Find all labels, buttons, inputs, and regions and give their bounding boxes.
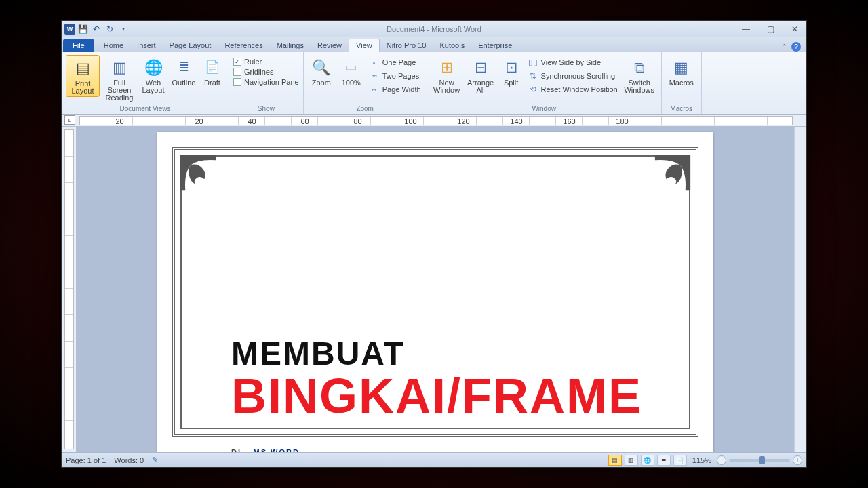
print-layout-button[interactable]: ▤ Print Layout <box>66 55 100 97</box>
workspace: MEMBUAT BINGKAI/FRAME DI MS WORD <box>62 127 806 452</box>
maximize-button[interactable]: ▢ <box>762 24 779 35</box>
navigation-pane-checkbox[interactable]: Navigation Pane <box>233 78 299 86</box>
tab-nitro[interactable]: Nitro Pro 10 <box>380 39 433 52</box>
tab-insert[interactable]: Insert <box>130 39 163 52</box>
save-icon[interactable]: 💾 <box>77 23 89 35</box>
split-icon: ⊡ <box>500 56 522 78</box>
status-words[interactable]: Words: 0 <box>114 456 144 464</box>
titlebar: W 💾 ↶ ↻ ▾ Document4 - Microsoft Word — ▢… <box>62 21 806 37</box>
draft-icon: 📄 <box>201 56 223 78</box>
page-width-button[interactable]: ↔Page Width <box>368 83 422 96</box>
checkbox-icon <box>233 68 241 76</box>
minimize-button[interactable]: — <box>737 24 755 35</box>
zoom-100-button[interactable]: ▭ 100% <box>338 55 365 88</box>
status-right: ▤ ▥ 🌐 ≣ 📄 115% − + <box>608 455 802 466</box>
word-window: W 💾 ↶ ↻ ▾ Document4 - Microsoft Word — ▢… <box>61 20 807 468</box>
split-button[interactable]: ⊡ Split <box>499 55 524 88</box>
group-macros-label: Macros <box>666 105 697 114</box>
switch-windows-button[interactable]: ⧉ Switch Windows <box>622 55 657 96</box>
tab-selector[interactable]: L <box>64 115 75 125</box>
draft-button[interactable]: 📄 Draft <box>200 55 224 88</box>
web-layout-button[interactable]: 🌐 Web Layout <box>139 55 167 96</box>
draft-label: Draft <box>204 79 220 87</box>
tab-kutools[interactable]: Kutools <box>433 39 471 52</box>
tab-review[interactable]: Review <box>311 39 349 52</box>
group-zoom: 🔍 Zoom ▭ 100% ▫One Page ▫▫Two Pages ↔Pag… <box>304 52 427 114</box>
statusbar: Page: 1 of 1 Words: 0 ✎ ▤ ▥ 🌐 ≣ 📄 115% −… <box>62 452 806 467</box>
side-by-side-icon: ▯▯ <box>528 57 538 68</box>
zoom-button[interactable]: 🔍 Zoom <box>308 55 335 88</box>
outline-button[interactable]: ≣ Outline <box>170 55 197 88</box>
macros-icon: ▦ <box>671 56 692 78</box>
print-layout-label: Print Layout <box>68 80 98 95</box>
tab-enterprise[interactable]: Enterprise <box>471 39 519 52</box>
print-layout-view-button[interactable]: ▤ <box>608 455 622 466</box>
tab-mailings[interactable]: Mailings <box>270 39 311 52</box>
new-window-label: New Window <box>433 79 461 94</box>
ruler-checkbox[interactable]: ✓Ruler <box>233 58 299 66</box>
web-layout-icon: 🌐 <box>142 56 164 78</box>
help-icon[interactable]: ? <box>791 42 801 52</box>
page-width-icon: ↔ <box>369 84 380 95</box>
group-docviews-label: Document Views <box>66 105 224 114</box>
ruler-numbers: 2020406080100120140160180 <box>80 117 635 125</box>
sync-scroll-icon: ⇅ <box>528 70 538 81</box>
caption-line3: DI MS WORD <box>231 422 642 452</box>
ribbon-right-controls: ⌃ ? <box>781 42 806 52</box>
zoom-100-label: 100% <box>342 79 361 87</box>
zoom-label: Zoom <box>312 79 331 87</box>
view-side-by-side-button[interactable]: ▯▯View Side by Side <box>526 56 619 68</box>
zoom-out-button[interactable]: − <box>717 455 726 465</box>
quick-access-toolbar: W 💾 ↶ ↻ ▾ <box>64 23 130 35</box>
status-page[interactable]: Page: 1 of 1 <box>66 456 106 464</box>
outline-icon: ≣ <box>173 56 195 78</box>
reset-window-position-button: ⟲Reset Window Position <box>526 83 619 96</box>
minimize-ribbon-icon[interactable]: ⌃ <box>781 43 787 52</box>
checkbox-checked-icon: ✓ <box>233 58 241 66</box>
window-title: Document4 - Microsoft Word <box>387 25 481 33</box>
draft-view-button[interactable]: 📄 <box>673 455 687 466</box>
macros-label: Macros <box>669 79 694 87</box>
undo-icon[interactable]: ↶ <box>90 23 102 35</box>
two-pages-icon: ▫▫ <box>369 70 380 81</box>
ribbon: ▤ Print Layout ▥ Full Screen Reading 🌐 W… <box>62 52 806 115</box>
zoom-slider[interactable] <box>729 459 790 462</box>
status-proofing-icon[interactable]: ✎ <box>152 455 158 464</box>
tab-view[interactable]: View <box>349 39 380 52</box>
tab-home[interactable]: Home <box>97 39 130 52</box>
tab-references[interactable]: References <box>218 39 269 52</box>
vertical-scrollbar[interactable] <box>794 127 806 452</box>
close-button[interactable]: ✕ <box>786 24 804 35</box>
word-app-icon: W <box>64 24 75 35</box>
web-layout-label: Web Layout <box>140 79 166 94</box>
full-screen-reading-button[interactable]: ▥ Full Screen Reading <box>102 55 136 103</box>
redo-icon[interactable]: ↻ <box>104 23 116 35</box>
full-screen-view-button[interactable]: ▥ <box>625 455 638 466</box>
web-layout-view-button[interactable]: 🌐 <box>641 455 654 466</box>
reset-window-icon: ⟲ <box>528 84 538 95</box>
qat-dropdown-icon[interactable]: ▾ <box>117 23 130 35</box>
zoom-slider-thumb[interactable] <box>760 456 765 464</box>
ruler-scale: 2020406080100120140160180 <box>79 116 793 125</box>
vertical-ruler[interactable] <box>62 127 77 452</box>
tab-page-layout[interactable]: Page Layout <box>163 39 218 52</box>
file-tab[interactable]: File <box>63 39 94 52</box>
full-screen-label: Full Screen Reading <box>104 79 135 102</box>
gridlines-checkbox[interactable]: Gridlines <box>233 68 299 76</box>
zoom-level[interactable]: 115% <box>692 456 711 464</box>
outline-label: Outline <box>172 79 196 87</box>
zoom-in-button[interactable]: + <box>793 455 802 465</box>
horizontal-ruler[interactable]: L 2020406080100120140160180 <box>62 115 806 127</box>
corner-ornament-icon <box>179 154 217 192</box>
one-page-button[interactable]: ▫One Page <box>368 56 422 68</box>
macros-button[interactable]: ▦ Macros <box>666 55 697 88</box>
arrange-all-button[interactable]: ⊟ Arrange All <box>465 55 496 96</box>
split-label: Split <box>504 79 518 87</box>
arrange-all-label: Arrange All <box>467 79 495 94</box>
two-pages-button[interactable]: ▫▫Two Pages <box>368 70 422 82</box>
outline-view-button[interactable]: ≣ <box>657 455 671 466</box>
print-layout-icon: ▤ <box>72 57 94 79</box>
overlay-caption: MEMBUAT BINGKAI/FRAME DI MS WORD <box>231 337 642 452</box>
one-page-icon: ▫ <box>369 57 380 68</box>
new-window-button[interactable]: ⊞ New Window <box>431 55 462 96</box>
